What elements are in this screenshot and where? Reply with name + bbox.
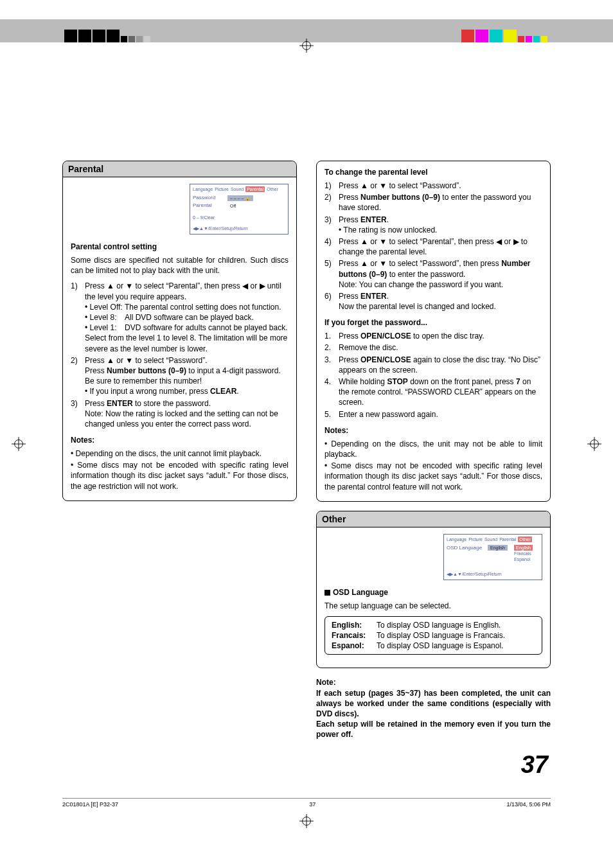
step-text: Press OPEN/CLOSE to open the disc tray. xyxy=(339,331,542,341)
step-number: 3. xyxy=(324,355,339,375)
osd-tab: Sound xyxy=(484,536,497,542)
lang-key: English: xyxy=(332,621,377,630)
footer-right: 1/13/04, 5:06 PM xyxy=(506,801,551,808)
crosshair-bottom-icon xyxy=(0,814,613,830)
level-key: • Level Off: xyxy=(85,302,125,312)
step-number: 1) xyxy=(71,281,85,353)
crosshair-icon xyxy=(299,39,314,56)
step-tail: Select from the level 1 to level 8. The … xyxy=(85,333,287,353)
crosshair-left-icon xyxy=(12,437,26,453)
osd-row-value: English xyxy=(488,545,508,551)
level-val: The parental control setting does not fu… xyxy=(125,302,281,312)
lang-val: To display OSD language is Espanol. xyxy=(377,641,535,650)
step-text: Press ENTER.Now the parental level is ch… xyxy=(339,291,542,312)
parental-intro-text: Some discs are specified not suitable fo… xyxy=(71,255,289,276)
note-item: Depending on the discs, the unit may not… xyxy=(324,439,542,459)
step-number: 3) xyxy=(324,215,339,235)
step-text: While holding STOP down on the front pan… xyxy=(339,376,542,408)
parental-panel-title: Parental xyxy=(63,161,296,177)
osd-tab: Other xyxy=(267,186,278,192)
other-intro-text: The setup language can be selected. xyxy=(324,601,542,611)
square-bullet-icon xyxy=(324,590,330,596)
step-text: Press ENTER to store the password.Note: … xyxy=(85,398,289,430)
osd-option: Francais xyxy=(514,551,533,556)
lang-val: To display OSD language is English. xyxy=(377,621,535,630)
step-number: 5) xyxy=(324,258,339,290)
footer-left: 2C01801A [E] P32-37 xyxy=(62,801,118,808)
step-text: Press ▲ or ▼ to select “Password”.Press … xyxy=(85,355,289,397)
step-text: Press ▲ or ▼ to select “Parental”, then … xyxy=(85,281,281,301)
level-val: DVD software for adults cannot be played… xyxy=(125,323,287,333)
language-options-box: English:To display OSD language is Engli… xyxy=(324,616,542,655)
parental-osd-screenshot: Language Picture Sound Parental Other Pa… xyxy=(190,184,289,235)
osd-option: English xyxy=(514,545,533,551)
parental-steps-list: 1) Press ▲ or ▼ to select “Parental”, th… xyxy=(71,281,289,429)
level-key: • Level 1: xyxy=(85,323,125,333)
parental-setting-heading: Parental control setting xyxy=(71,242,289,251)
note-line: If each setup (pages 35~37) has been com… xyxy=(316,688,551,720)
change-notes-list: Depending on the discs, the unit may not… xyxy=(324,439,542,492)
step-text: Press ENTER.• The rating is now unlocked… xyxy=(339,215,542,235)
step-text: Press ▲ or ▼ to select “Password”, then … xyxy=(339,258,542,290)
step-number: 5. xyxy=(324,409,339,420)
level-val: All DVD software can be played back. xyxy=(125,312,254,323)
note-line: Each setup will be retained in the memor… xyxy=(316,719,551,740)
note-item: Some discs may not be encoded with speci… xyxy=(71,460,289,492)
bottom-note: Note: If each setup (pages 35~37) has be… xyxy=(316,677,551,740)
osd-tab: Parental xyxy=(499,536,516,542)
osd-hint: ◀▶▲▼/Enter/Setup/Return xyxy=(447,571,539,577)
note-item: Depending on the discs, the unit cannot … xyxy=(71,448,289,459)
osd-row-label: Parental xyxy=(193,202,224,209)
change-parental-panel: To change the parental level 1)Press ▲ o… xyxy=(316,161,551,502)
osd-hint: ◀▶▲▼/Enter/Setup/Return xyxy=(193,226,285,231)
osd-tab: Sound xyxy=(231,186,244,192)
step-number: 2) xyxy=(324,192,339,213)
osd-row-value: Off xyxy=(227,203,238,209)
step-text: Press OPEN/CLOSE again to close the disc… xyxy=(339,355,542,375)
osd-hint: 0 – 9/Clear xyxy=(193,215,285,220)
osd-tab: Language xyxy=(447,536,466,542)
step-number: 1) xyxy=(324,181,339,191)
osd-row-label: Password xyxy=(193,195,224,201)
registration-squares-left xyxy=(64,19,152,42)
forget-steps-list: 1.Press OPEN/CLOSE to open the disc tray… xyxy=(324,331,542,420)
other-panel: Other Language Picture Sound Parental Ot… xyxy=(316,511,551,669)
step-number: 4. xyxy=(324,376,339,408)
registration-squares-right xyxy=(461,19,549,42)
note-heading: Note: xyxy=(316,677,551,687)
osd-language-heading: OSD Language xyxy=(324,588,542,597)
change-parental-heading: To change the parental level xyxy=(324,168,542,177)
step-number: 4) xyxy=(324,236,339,257)
osd-tab: Picture xyxy=(215,186,229,192)
osd-option: Espanol xyxy=(514,556,533,562)
change-steps-list: 1)Press ▲ or ▼ to select “Password”. 2)P… xyxy=(324,181,542,312)
parental-notes-list: Depending on the discs, the unit cannot … xyxy=(71,448,289,492)
osd-tab-selected: Parental xyxy=(245,186,265,192)
other-panel-title: Other xyxy=(317,511,550,527)
printer-marks-top xyxy=(0,19,613,71)
parental-panel: Parental Language Picture Sound Parental… xyxy=(62,161,297,501)
osd-row-value: – – – – 🔒 xyxy=(227,195,253,201)
note-item: Some discs may not be encoded with speci… xyxy=(324,461,542,492)
page-number: 37 xyxy=(316,751,548,779)
footer: 2C01801A [E] P32-37 37 1/13/04, 5:06 PM xyxy=(62,798,551,808)
step-text: Press ▲ or ▼ to select “Parental”, then … xyxy=(339,236,542,257)
lang-key: Espanol: xyxy=(332,641,377,650)
step-text: Press ▲ or ▼ to select “Password”. xyxy=(339,181,542,191)
step-text: Remove the disc. xyxy=(339,342,542,353)
step-number: 6) xyxy=(324,291,339,312)
notes-heading: Notes: xyxy=(71,436,289,445)
lang-val: To display OSD language is Francais. xyxy=(377,631,535,640)
other-osd-screenshot: Language Picture Sound Parental Other OS… xyxy=(443,534,542,580)
osd-row-label: OSD Language xyxy=(447,545,484,551)
footer-center: 37 xyxy=(309,801,315,808)
step-number: 2) xyxy=(71,355,85,397)
osd-tab: Picture xyxy=(468,536,483,542)
lang-key: Francais: xyxy=(332,631,377,640)
osd-tab: Language xyxy=(193,186,213,192)
crosshair-right-icon xyxy=(587,437,601,453)
step-number: 3) xyxy=(71,398,85,430)
level-key: • Level 8: xyxy=(85,312,125,323)
step-text: Enter a new password again. xyxy=(339,409,542,420)
notes-heading: Notes: xyxy=(324,426,542,435)
